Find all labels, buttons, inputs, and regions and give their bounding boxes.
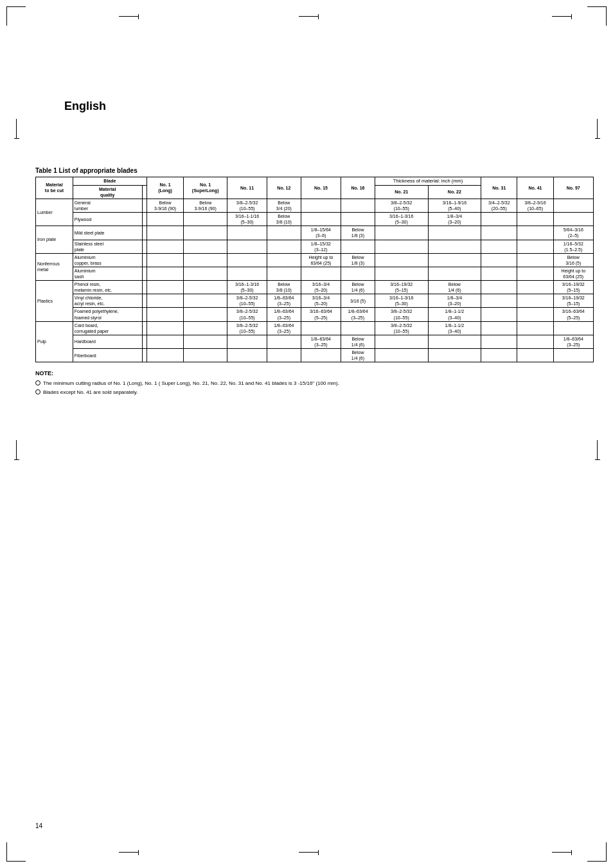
cell-no1_superlong (184, 281, 227, 294)
cell-material: Pulp (36, 321, 73, 362)
col-no16: No. 16 (341, 177, 375, 199)
cell-no97: 3/16–63/64(5–25) (553, 308, 594, 321)
cell-no16: 1/8–63/64(3–25) (341, 308, 375, 321)
cell-quality: Card board,corrugated paper (73, 321, 142, 335)
table-row: Plywood3/16–1-1/16(5–30)Below3/8 (10)3/1… (36, 213, 594, 226)
cell-no97 (553, 199, 594, 212)
table-row: NonferrousmetalAluminiumcopper, brassHei… (36, 253, 594, 267)
cell-no1_long (147, 240, 183, 253)
col-blade-empty (142, 185, 147, 199)
cell-no31 (481, 267, 517, 280)
table-title: Table 1 List of appropriate blades (35, 167, 594, 174)
corner-mark-tr (587, 6, 607, 26)
col-material-cut: Materialto be cut (36, 177, 73, 199)
cell-no1_superlong (184, 240, 227, 253)
cell-blade-empty (142, 253, 147, 267)
cell-no1_superlong (184, 267, 227, 280)
cell-no22: 3/16–1-9/16(5–40) (428, 199, 481, 212)
cell-no21: 3/8–2-5/32(10–55) (375, 199, 428, 212)
page-number: 14 (35, 822, 42, 829)
cell-blade-empty (142, 335, 147, 348)
cell-no11 (227, 349, 267, 362)
cell-quality: Plywood (73, 213, 142, 226)
cell-blade-empty (142, 240, 147, 253)
col-no15: No. 15 (301, 177, 341, 199)
cell-no1_superlong (184, 321, 227, 335)
cell-no1_superlong (184, 308, 227, 321)
cell-material: Iron plate (36, 226, 73, 253)
cell-no97: 3/16–19/32(5–15) (553, 294, 594, 308)
cell-no1_long (147, 294, 183, 308)
cell-no1_superlong (184, 349, 227, 362)
cell-no1_long (147, 253, 183, 267)
cell-no11: 3/8–2-5/32(10–55) (227, 199, 267, 212)
cell-no41 (517, 213, 553, 226)
cell-no16: Below1/8 (3) (341, 226, 375, 240)
cell-no15 (301, 349, 341, 362)
cell-no1_long (147, 281, 183, 294)
cell-no12 (267, 349, 301, 362)
cell-quality: Vinyl chloride,acryl resin, etc. (73, 294, 142, 308)
cell-no97 (553, 213, 594, 226)
cell-no22 (428, 267, 481, 280)
col-no22: No. 22 (428, 185, 481, 199)
cell-no12 (267, 226, 301, 240)
cell-no21 (375, 267, 428, 280)
cell-no41 (517, 308, 553, 321)
cell-no16 (341, 321, 375, 335)
cell-no12: Below3/4 (20) (267, 199, 301, 212)
cell-no41 (517, 321, 553, 335)
note-item-1: The minimum cutting radius of No. 1 (Lon… (35, 380, 594, 388)
cell-no31 (481, 226, 517, 240)
cell-no15 (301, 199, 341, 212)
cell-quality: Phenol resin,melamin resin, etc. (73, 281, 142, 294)
cell-no21 (375, 349, 428, 362)
cell-no22 (428, 240, 481, 253)
cell-quality: Fiberboard (73, 349, 142, 362)
cell-no22: 1/8–1-1/2(3–40) (428, 321, 481, 335)
cell-quality: Mild steel plate (73, 226, 142, 240)
cell-no12 (267, 335, 301, 348)
table-row: PlasticsPhenol resin,melamin resin, etc.… (36, 281, 594, 294)
cell-no15: 3/16–3/4(5–20) (301, 294, 341, 308)
cell-no1_long (147, 213, 183, 226)
cell-no21 (375, 226, 428, 240)
cell-no31 (481, 335, 517, 348)
cell-no21 (375, 253, 428, 267)
cell-blade-empty (142, 213, 147, 226)
cell-no11: 3/8–2-5/32(10–55) (227, 321, 267, 335)
col-no97: No. 97 (553, 177, 594, 199)
cell-no41 (517, 294, 553, 308)
cell-material: Lumber (36, 199, 73, 226)
cell-no1_long: Below3-9/16 (90) (147, 199, 183, 212)
cell-no12 (267, 253, 301, 267)
cell-no15 (301, 213, 341, 226)
cell-no16: Below1/4 (6) (341, 281, 375, 294)
cell-no22 (428, 349, 481, 362)
table-row: Iron plateMild steel plate1/8–15/64(3–6)… (36, 226, 594, 240)
cell-blade-empty (142, 281, 147, 294)
corner-mark-bl (6, 842, 26, 862)
cell-no97 (553, 321, 594, 335)
table-row: Foamed polyethylene,foamed styrol3/8–2-5… (36, 308, 594, 321)
cell-no22: 1/8–1-1/2(3–40) (428, 308, 481, 321)
cell-no21 (375, 335, 428, 348)
cell-no41: 3/8–2-9/16(10–65) (517, 199, 553, 212)
col-no31: No. 31 (481, 177, 517, 199)
cell-material: Plastics (36, 281, 73, 322)
cell-no31 (481, 281, 517, 294)
table-row: PulpCard board,corrugated paper3/8–2-5/3… (36, 321, 594, 335)
cell-no12 (267, 240, 301, 253)
cell-no16: Below1/8 (3) (341, 253, 375, 267)
cell-no21: 3/16–19/32(5–15) (375, 281, 428, 294)
cell-no21: 3/16–1-3/16(5–30) (375, 294, 428, 308)
cell-blade-empty (142, 349, 147, 362)
cell-no97 (553, 349, 594, 362)
cell-no31 (481, 349, 517, 362)
cell-no1_long (147, 308, 183, 321)
cell-no31 (481, 253, 517, 267)
cell-no41 (517, 281, 553, 294)
col-blade: Blade (73, 177, 147, 186)
cell-no11 (227, 240, 267, 253)
col-blade-material: Materialquality (73, 185, 142, 199)
